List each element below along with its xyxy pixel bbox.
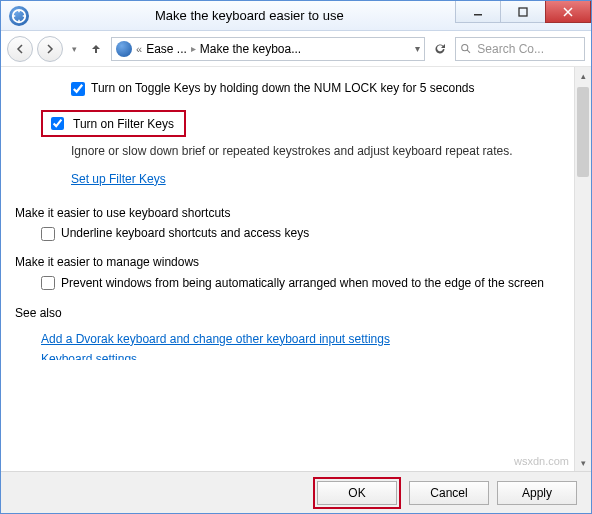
svg-rect-2 (519, 8, 527, 16)
toggle-keys-checkbox-row: Turn on Toggle Keys by holding down the … (71, 81, 562, 96)
toggle-keys-label: Turn on Toggle Keys by holding down the … (91, 81, 475, 95)
filter-keys-label: Turn on Filter Keys (73, 117, 174, 131)
cancel-button[interactable]: Cancel (409, 481, 489, 505)
filter-keys-checkbox[interactable] (51, 117, 64, 130)
scrollbar-thumb[interactable] (577, 87, 589, 177)
maximize-button[interactable] (500, 1, 546, 23)
shortcuts-section-header: Make it easier to use keyboard shortcuts (15, 206, 562, 220)
scroll-down-arrow-icon[interactable]: ▾ (575, 454, 591, 471)
dialog-button-bar: OK Cancel Apply (1, 471, 591, 513)
window-title: Make the keyboard easier to use (155, 8, 344, 23)
svg-rect-1 (474, 14, 482, 16)
search-input[interactable] (475, 41, 580, 57)
search-box[interactable] (455, 37, 585, 61)
svg-line-4 (467, 50, 470, 53)
address-bar[interactable]: « Ease ... ▸ Make the keyboa... ▾ (111, 37, 425, 61)
chevron-right-icon: ▸ (191, 43, 196, 54)
see-also-header: See also (15, 306, 562, 320)
minimize-button[interactable] (455, 1, 501, 23)
back-button[interactable] (7, 36, 33, 62)
chevron-down-icon[interactable]: ▾ (415, 43, 420, 54)
truncated-link[interactable]: Keyboard settings (41, 352, 241, 360)
filter-keys-highlight: Turn on Filter Keys (41, 110, 186, 137)
apply-button[interactable]: Apply (497, 481, 577, 505)
forward-button[interactable] (37, 36, 63, 62)
app-icon (9, 6, 29, 26)
prevent-arrange-label: Prevent windows from being automatically… (61, 275, 544, 292)
filter-keys-row: Turn on Filter Keys (41, 110, 562, 137)
setup-filter-keys-link[interactable]: Set up Filter Keys (71, 172, 166, 186)
svg-point-3 (462, 45, 468, 51)
vertical-scrollbar[interactable]: ▴ ▾ (574, 67, 591, 471)
refresh-button[interactable] (429, 38, 451, 60)
close-button[interactable] (545, 1, 591, 23)
breadcrumb-item[interactable]: Make the keyboa... (200, 42, 301, 56)
history-dropdown-icon[interactable]: ▾ (67, 36, 81, 62)
title-bar: Make the keyboard easier to use (1, 1, 591, 31)
filter-keys-description: Ignore or slow down brief or repeated ke… (71, 143, 562, 160)
underline-shortcuts-row: Underline keyboard shortcuts and access … (41, 226, 562, 241)
prevent-arrange-checkbox[interactable] (41, 276, 55, 290)
breadcrumb-item[interactable]: Ease ... (146, 42, 187, 56)
content-area: Turn on Toggle Keys by holding down the … (1, 67, 574, 471)
underline-shortcuts-label: Underline keyboard shortcuts and access … (61, 226, 309, 240)
ok-button-highlight: OK (313, 477, 401, 509)
windows-section-header: Make it easier to manage windows (15, 255, 562, 269)
dvorak-keyboard-link[interactable]: Add a Dvorak keyboard and change other k… (41, 332, 390, 346)
location-icon (116, 41, 132, 57)
navigation-bar: ▾ « Ease ... ▸ Make the keyboa... ▾ (1, 31, 591, 67)
search-icon (460, 42, 471, 55)
toggle-keys-checkbox[interactable] (71, 82, 85, 96)
chevron-left-double-icon: « (136, 43, 142, 55)
underline-shortcuts-checkbox[interactable] (41, 227, 55, 241)
scroll-up-arrow-icon[interactable]: ▴ (575, 67, 591, 84)
prevent-arrange-row: Prevent windows from being automatically… (41, 275, 562, 292)
window-controls (456, 1, 591, 23)
up-button[interactable] (85, 38, 107, 60)
ok-button[interactable]: OK (317, 481, 397, 505)
